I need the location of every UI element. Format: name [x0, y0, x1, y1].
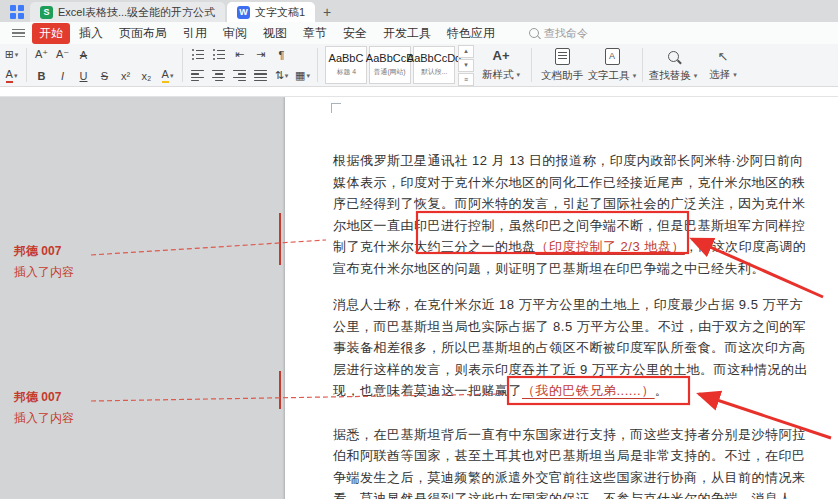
paragraph-marks-icon[interactable]: ¶: [272, 46, 291, 63]
style-name: 标题 4: [336, 67, 355, 76]
text-run: 公里，而巴基斯坦当局也实际占据了 8.5 万平方公里。不过，由于双方之间的军: [333, 319, 806, 334]
text-line: 宣布克什米尔地区的问题，则证明了巴基斯坦在印巴争端之中已经失利。: [333, 258, 713, 280]
document-page[interactable]: 根据俄罗斯卫星通讯社 12 月 13 日的报道称，印度内政部长阿米特·沙阿日前向…: [285, 97, 838, 499]
styles-scroll-down-button[interactable]: ▾: [458, 59, 474, 72]
text-line: 媒体表示，印度对于克什米尔地区的同化工作已经接近尾声，克什米尔地区的秩: [333, 172, 713, 194]
styles-scroll-up-button[interactable]: ▴: [458, 45, 474, 58]
ribbon-tab[interactable]: 插入: [72, 23, 110, 44]
bold-icon[interactable]: B: [32, 67, 51, 84]
style-item-default-paragraph[interactable]: AaBbCcDd 默认段...: [413, 46, 455, 84]
ribbon-separator: [26, 48, 27, 82]
ribbon-tab[interactable]: 审阅: [216, 23, 254, 44]
select-label: 选择: [709, 68, 730, 82]
ruler-strip: [0, 87, 838, 97]
underline-icon[interactable]: U: [74, 67, 93, 84]
home-button[interactable]: [4, 2, 30, 22]
text-run: 序已经得到了恢复。而阿米特的发言，引起了国际社会的广泛关注，因为克什米: [333, 196, 806, 211]
ribbon-tab[interactable]: 引用: [176, 23, 214, 44]
style-preview: AaBbC: [329, 53, 364, 64]
text-line: 尔地区一直由印巴进行控制，虽然印巴之间争端不断，但是巴基斯坦军方同样控: [333, 215, 713, 237]
outdent-icon[interactable]: ⇤: [230, 46, 249, 63]
doc-assistant-label: 文档助手: [541, 69, 583, 83]
bullet-list-icon[interactable]: [188, 46, 207, 63]
new-style-button[interactable]: A+ 新样式▾: [476, 48, 526, 82]
font-color-icon[interactable]: A▾: [2, 67, 21, 84]
ribbon-tab[interactable]: 特色应用: [440, 23, 502, 44]
wps-writer-window: SExcel表格技...级全能的开方公式W文字文稿1 + 开始插入页面布局引用审…: [0, 0, 838, 499]
ribbon-tab[interactable]: 页面布局: [112, 23, 174, 44]
clear-format-icon[interactable]: A: [74, 46, 93, 63]
ribbon-separator: [642, 48, 643, 82]
style-name: 默认段...: [421, 67, 447, 76]
borders-icon[interactable]: ⊞▾: [2, 46, 21, 63]
comment-author: 邦德 007: [14, 243, 74, 260]
text-line: 消息人士称，在克什米尔近 18 万平方公里的土地上，印度最少占据 9.5 万平方: [333, 294, 713, 316]
comment-action: 插入了内容: [14, 410, 74, 427]
ribbon-separator: [182, 48, 183, 82]
decrease-font-icon[interactable]: A⁻: [53, 46, 72, 63]
doc-assistant-button[interactable]: 文档助手: [537, 48, 587, 83]
style-item-normal-web[interactable]: AaBbCcD 普通(网站): [369, 46, 411, 84]
comment-author: 邦德 007: [14, 389, 74, 406]
line-spacing-icon[interactable]: ⇅▾: [272, 67, 291, 84]
italic-icon[interactable]: I: [53, 67, 72, 84]
new-tab-button[interactable]: +: [317, 2, 337, 22]
style-item-heading4[interactable]: AaBbC 标题 4: [325, 46, 367, 84]
text-line: 现，也意味着莫迪这一把赌赢了（我的巴铁兄弟......）。: [333, 380, 713, 402]
strikethrough-icon[interactable]: S: [95, 67, 114, 84]
ribbon-group-paragraph: ⇤ ⇥ ¶ ⇅▾ ▦▾: [188, 46, 312, 85]
command-search-label: 查找命令: [544, 26, 588, 41]
ribbon-tab[interactable]: 章节: [296, 23, 334, 44]
command-search[interactable]: 查找命令: [529, 26, 588, 41]
styles-more-button[interactable]: ≡: [458, 73, 474, 86]
increase-font-icon[interactable]: A⁺: [32, 46, 51, 63]
ribbon-group-clipboard-partial: ⊞▾ A▾: [2, 46, 21, 85]
ribbon-tab[interactable]: 开始: [32, 23, 70, 44]
highlight-color-icon[interactable]: A▾: [158, 67, 177, 84]
paragraph: 消息人士称，在克什米尔近 18 万平方公里的土地上，印度最少占据 9.5 万平方…: [333, 294, 713, 402]
styles-scroll: ▴ ▾ ≡: [458, 45, 474, 86]
document-tabs: SExcel表格技...级全能的开方公式W文字文稿1: [30, 0, 317, 22]
align-left-icon[interactable]: [188, 67, 207, 84]
document-text[interactable]: 根据俄罗斯卫星通讯社 12 月 13 日的报道称，印度内政部长阿米特·沙阿日前向…: [333, 150, 713, 499]
document-tab-title: 文字文稿1: [255, 5, 305, 20]
workspace: 邦德 007插入了内容邦德 007插入了内容 根据俄罗斯卫星通讯社 12 月 1…: [0, 97, 838, 499]
style-preview: AaBbCcDd: [407, 53, 461, 64]
text-line: 看，莫迪显然是得到了这些中东国家的保证，不参与克什米尔的争端。消息人: [333, 488, 713, 499]
align-center-icon[interactable]: [209, 67, 228, 84]
text-run: 制了克什米尔大约三分之一的地盘: [333, 239, 536, 254]
text-run: ，而这次印度高调的: [685, 239, 807, 254]
hamburger-menu-icon[interactable]: [12, 29, 25, 38]
select-button[interactable]: ↖ 选择▾: [698, 49, 748, 82]
ribbon-tab[interactable]: 开发工具: [376, 23, 438, 44]
align-right-icon[interactable]: [230, 67, 249, 84]
text-line: 公里，而巴基斯坦当局也实际占据了 8.5 万平方公里。不过，由于双方之间的军: [333, 316, 713, 338]
ribbon-group-font: A⁺ A⁻ A B I U S x² x₂ A▾: [32, 46, 177, 85]
inserted-text: （印度控制了 2/3 地盘）: [536, 239, 685, 254]
subscript-icon[interactable]: x₂: [137, 67, 156, 84]
text-run: 宣布克什米尔地区的问题，则证明了巴基斯坦在印巴争端之中已经失利。: [333, 261, 765, 276]
find-replace-icon: [668, 51, 679, 62]
revision-comment[interactable]: 邦德 007插入了内容: [14, 243, 74, 281]
writer-app-icon: W: [237, 6, 250, 19]
document-tab[interactable]: W文字文稿1: [227, 2, 315, 22]
new-style-icon: A+: [493, 48, 510, 64]
justify-icon[interactable]: [251, 67, 270, 84]
titlebar: SExcel表格技...级全能的开方公式W文字文稿1 +: [0, 0, 838, 22]
revision-comment[interactable]: 邦德 007插入了内容: [14, 389, 74, 427]
menubar-tabs: 开始插入页面布局引用审阅视图章节安全开发工具特色应用: [31, 23, 503, 44]
menubar: 开始插入页面布局引用审阅视图章节安全开发工具特色应用 查找命令: [0, 22, 838, 44]
numbered-list-icon[interactable]: [209, 46, 228, 63]
ribbon-tab[interactable]: 安全: [336, 23, 374, 44]
text-run: 层进行这样的发言，则表示印度吞并了近 9 万平方公里的土地。而这种情况的出: [333, 362, 808, 377]
text-tools-button[interactable]: A 文字工具▾: [587, 48, 637, 83]
indent-icon[interactable]: ⇥: [251, 46, 270, 63]
superscript-icon[interactable]: x²: [116, 67, 135, 84]
find-replace-button[interactable]: 查找替换▾: [648, 48, 698, 83]
paragraph: 据悉，在巴基斯坦背后一直有中东国家进行支持，而这些支持者分别是沙特阿拉伯和阿联酋…: [333, 424, 713, 499]
document-tab[interactable]: SExcel表格技...级全能的开方公式: [30, 2, 225, 22]
ribbon-tab[interactable]: 视图: [256, 23, 294, 44]
shading-icon[interactable]: ▦▾: [293, 67, 312, 84]
text-run: 事装备相差很多，所以巴基斯坦的占领区不断被印度军队所蚕食。而这次印方高: [333, 340, 806, 355]
ribbon: ⊞▾ A▾ A⁺ A⁻ A B I U S x² x₂ A▾: [0, 44, 838, 87]
